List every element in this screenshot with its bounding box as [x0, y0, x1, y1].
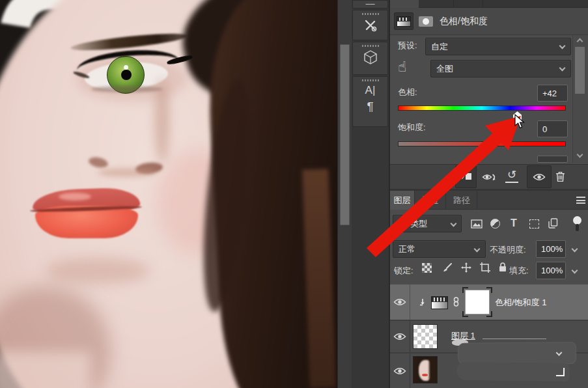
layer-thumbnail[interactable] — [413, 356, 438, 383]
adjustment-layer-thumbnail[interactable] — [431, 296, 448, 309]
filter-kind-value: 类型 — [410, 218, 427, 230]
adjustment-panel-icon[interactable] — [394, 12, 413, 30]
preset-dropdown[interactable]: 自定 — [425, 38, 571, 55]
document-scrollbar[interactable] — [337, 0, 352, 388]
move-icon — [461, 262, 471, 273]
3d-panel-icon[interactable] — [364, 50, 377, 64]
rename-underline — [483, 339, 546, 339]
hue-slider-thumb[interactable] — [513, 111, 522, 120]
properties-panel-header: 色相/饱和度 — [390, 8, 588, 35]
lightness-value-input[interactable] — [537, 156, 568, 163]
layer-visibility-toggle[interactable] — [390, 284, 410, 320]
eye-icon — [393, 298, 406, 306]
corner-mark — [556, 368, 565, 376]
lock-pixels-button[interactable] — [442, 262, 453, 273]
layer-visibility-toggle[interactable] — [390, 353, 410, 388]
mask-selected-bracket — [486, 311, 492, 317]
document-canvas[interactable]: 2 — [0, 0, 337, 388]
tab-paths[interactable]: 路径 — [447, 191, 477, 210]
layer-row-hue-saturation[interactable]: 色相/饱和度 1 — [390, 284, 588, 320]
character-panel-icon[interactable]: A| — [353, 84, 387, 97]
view-previous-state-button[interactable] — [482, 173, 497, 182]
photo-detail — [422, 374, 428, 376]
layer-name[interactable]: 色相/饱和度 1 — [495, 297, 546, 309]
saturation-slider[interactable] — [398, 141, 566, 146]
lock-artboard-button[interactable] — [480, 262, 490, 273]
panel-group-3d[interactable] — [352, 42, 388, 75]
tools-icon[interactable] — [364, 19, 377, 32]
saturation-label: 饱和度: — [398, 122, 426, 133]
chevron-down-icon — [559, 43, 566, 49]
scroll-up-icon[interactable] — [577, 38, 583, 45]
panel-tab-strip[interactable] — [390, 0, 588, 8]
chevron-down-icon — [474, 246, 481, 253]
targeted-adjustment-tool-icon[interactable]: ☝ — [398, 59, 417, 78]
image-icon — [471, 219, 483, 229]
filter-smart-objects-button[interactable] — [548, 218, 558, 229]
filter-toggle[interactable] — [573, 216, 581, 232]
tab-channels[interactable]: 通道 — [415, 191, 446, 210]
trash-icon — [555, 171, 565, 182]
filter-adjustment-layers-button[interactable] — [490, 219, 500, 229]
eye-icon — [393, 333, 406, 340]
layer-mask-thumbnail[interactable] — [462, 287, 492, 317]
delete-adjustment-button[interactable] — [555, 171, 565, 182]
active-tab-top[interactable] — [390, 0, 419, 8]
filter-image-layers-button[interactable] — [471, 219, 483, 229]
clip-to-layer-button[interactable] — [455, 165, 477, 188]
blend-mode-value: 正常 — [399, 243, 415, 255]
grip-handle-icon — [362, 79, 380, 81]
lock-all-button[interactable] — [499, 262, 507, 272]
tab-layers[interactable]: 图层 — [390, 191, 415, 210]
properties-panel-title: 色相/饱和度 — [440, 16, 488, 27]
saturation-value-input[interactable]: 0 — [537, 120, 568, 137]
fill-dropdown-icon[interactable] — [572, 268, 578, 274]
photo-detail — [98, 168, 156, 177]
panel-menu-button[interactable] — [576, 197, 585, 204]
preset-value: 自定 — [431, 41, 448, 53]
mask-icon — [419, 16, 433, 27]
photo-detail — [59, 193, 91, 201]
photo-detail — [91, 86, 163, 92]
opacity-input[interactable]: 100% — [536, 240, 566, 258]
mask-panel-icon[interactable] — [416, 12, 436, 30]
adjustment-icon — [397, 16, 411, 27]
fill-input[interactable]: 100% — [536, 262, 566, 279]
properties-scrollbar[interactable] — [572, 35, 587, 163]
channel-dropdown[interactable]: 全图 — [430, 60, 571, 77]
photo-detail — [0, 352, 91, 388]
blend-mode-dropdown[interactable]: 正常 — [393, 240, 486, 258]
censored-label — [456, 362, 570, 381]
layer-filter-dropdown[interactable]: 类型 — [393, 215, 462, 232]
toggle-visibility-button[interactable] — [527, 165, 552, 188]
opacity-dropdown-icon[interactable] — [572, 246, 578, 253]
properties-scrollbar-thumb[interactable] — [575, 47, 585, 94]
panel-group-properties[interactable] — [352, 10, 388, 40]
hamburger-icon — [576, 197, 585, 204]
hue-value-input[interactable]: +42 — [537, 85, 568, 102]
tab-seam — [483, 0, 483, 8]
opacity-label: 不透明度: — [490, 244, 526, 256]
lock-transparency-button[interactable] — [422, 263, 432, 273]
filter-type-layers-button[interactable]: T — [511, 217, 517, 229]
photo-detail — [155, 78, 169, 163]
panel-dock: — A| ¶ — [352, 0, 389, 388]
photo-detail — [413, 357, 417, 383]
layer-visibility-toggle[interactable] — [390, 321, 410, 352]
reset-button[interactable]: ↺ — [505, 168, 518, 183]
mask-selected-bracket — [462, 287, 468, 293]
clipping-arrow-icon — [419, 298, 426, 306]
toggle-stem — [576, 224, 579, 231]
mask-selected-bracket — [486, 287, 492, 293]
paragraph-panel-icon[interactable]: ¶ — [353, 100, 387, 114]
collapsed-panel-group[interactable]: — — [352, 0, 388, 8]
layer-thumbnail[interactable] — [413, 324, 438, 349]
filter-shape-layers-button[interactable] — [529, 219, 539, 229]
channel-value: 全图 — [436, 63, 453, 75]
lock-position-button[interactable] — [461, 262, 471, 273]
hue-slider[interactable] — [398, 105, 566, 111]
scroll-down-icon[interactable] — [577, 152, 583, 158]
chevron-down-icon — [451, 221, 457, 227]
document-scrollbar-thumb[interactable] — [340, 44, 350, 225]
panel-group-type[interactable]: A| ¶ — [352, 76, 388, 127]
